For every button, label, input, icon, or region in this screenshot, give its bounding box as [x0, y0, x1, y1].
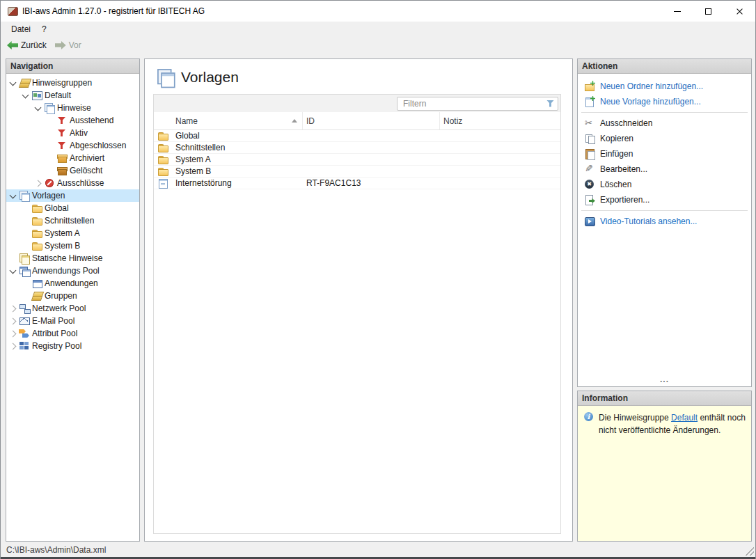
content-area: Navigation HinweisgruppenDefaultHinweise… [1, 54, 755, 543]
tree-item-label: Archiviert [70, 153, 104, 163]
tree-item-gruppen[interactable]: Gruppen [6, 290, 139, 302]
actions-panel: Aktionen Neuen Ordner hinzufügen...Neue … [577, 58, 752, 387]
forward-button[interactable]: Vor [55, 40, 81, 51]
back-button[interactable]: Zurück [7, 40, 47, 51]
column-header-name[interactable]: Name [172, 112, 303, 129]
action-löschen[interactable]: Löschen [578, 177, 751, 192]
expander-spacer [45, 140, 56, 151]
tree-item-vorlagen[interactable]: Vorlagen [6, 189, 139, 202]
tree-item-e-mail-pool[interactable]: E-Mail Pool [6, 315, 139, 327]
maximize-button[interactable] [693, 1, 724, 22]
tree-item-schnittstellen[interactable]: Schnittstellen [6, 214, 139, 227]
tree-item-anwendungen[interactable]: Anwendungen [6, 277, 139, 290]
information-body: Die Hinweisgruppe Default enthält noch n… [578, 406, 751, 541]
resize-grip-icon[interactable] [745, 546, 754, 556]
filter-input[interactable] [402, 98, 545, 109]
table-row-global[interactable]: Global [154, 130, 560, 142]
table-row-system-a[interactable]: System A [154, 154, 560, 166]
collapse-chevron-icon[interactable] [8, 190, 19, 201]
collapse-chevron-icon[interactable] [8, 77, 19, 88]
expand-chevron-icon[interactable] [33, 178, 44, 189]
action-einfügen[interactable]: Einfügen [578, 146, 751, 162]
page-title: Vorlagen [181, 69, 239, 86]
tree-item-label: Global [45, 203, 69, 213]
group-icon [19, 77, 30, 88]
tree-item-aktiv[interactable]: Aktiv [6, 127, 139, 139]
minimize-button[interactable] [661, 1, 693, 22]
default-group-link[interactable]: Default [671, 413, 698, 423]
tree-item-default[interactable]: Default [6, 89, 139, 102]
action-ausschneiden[interactable]: Ausschneiden [578, 116, 751, 131]
actions-panel-header: Aktionen [578, 59, 751, 74]
table-row-system-b[interactable]: System B [154, 166, 560, 178]
action-kopieren[interactable]: Kopieren [578, 131, 751, 146]
panel-splitter[interactable]: ... [578, 377, 751, 386]
tree-item-label: Gelöscht [70, 166, 102, 175]
table-cell-name: Global [172, 131, 303, 141]
maximize-icon [705, 8, 711, 15]
tree-item-system-a[interactable]: System A [6, 227, 139, 239]
navigation-tree: HinweisgruppenDefaultHinweiseAusstehendA… [6, 74, 139, 541]
tree-item-abgeschlossen[interactable]: Abgeschlossen [6, 139, 139, 152]
column-header-notiz[interactable]: Notiz [440, 112, 560, 129]
action-bearbeiten[interactable]: Bearbeiten... [578, 162, 751, 177]
tree-item-anwendungs-pool[interactable]: Anwendungs Pool [6, 265, 139, 277]
titlebar[interactable]: IBI-aws Admin 1.27.0 - registriert für I… [1, 1, 755, 22]
app-icon [7, 6, 18, 17]
column-header-id-label: ID [306, 116, 315, 126]
notes-icon [44, 102, 55, 113]
action-video-tutorials-ansehen[interactable]: Video-Tutorials ansehen... [578, 214, 751, 229]
collapse-chevron-icon[interactable] [20, 90, 31, 101]
tree-item-statische-hinweise[interactable]: Statische Hinweise [6, 252, 139, 265]
tree-item-netzwerk-pool[interactable]: Netzwerk Pool [6, 302, 139, 315]
tree-item-ausschlüsse[interactable]: Ausschlüsse [6, 177, 139, 189]
tree-item-global[interactable]: Global [6, 202, 139, 214]
expander-spacer [20, 203, 31, 214]
minimize-icon [674, 11, 681, 12]
table-row-internetstörung[interactable]: InternetstörungRT-F9AC1C13 [154, 178, 560, 189]
tree-item-registry-pool[interactable]: Registry Pool [6, 340, 139, 352]
tree-item-hinweise[interactable]: Hinweise [6, 102, 139, 114]
table-header: Name ID Notiz [154, 112, 560, 130]
tree-item-label: Gruppen [45, 291, 77, 301]
action-neue-vorlage-hinzufügen[interactable]: Neue Vorlage hinzufügen... [578, 94, 751, 109]
table-cell-type-icon [154, 142, 172, 153]
tree-item-archiviert[interactable]: Archiviert [6, 152, 139, 164]
folder-icon [157, 166, 168, 177]
expand-chevron-icon[interactable] [8, 303, 19, 314]
folder-icon [31, 228, 42, 239]
column-header-id[interactable]: ID [303, 112, 440, 129]
expand-chevron-icon[interactable] [8, 340, 19, 352]
close-button[interactable] [724, 1, 755, 22]
folder-icon [157, 142, 168, 153]
action-exportieren[interactable]: Exportieren... [578, 192, 751, 207]
archive-icon [56, 152, 68, 164]
collapse-chevron-icon[interactable] [8, 265, 19, 276]
attribute-icon [19, 328, 30, 339]
collapse-chevron-icon[interactable] [33, 102, 44, 113]
tree-item-attribut-pool[interactable]: Attribut Pool [6, 327, 139, 340]
tree-item-hinweisgruppen[interactable]: Hinweisgruppen [6, 77, 139, 89]
action-separator [581, 112, 748, 113]
expand-chevron-icon[interactable] [8, 328, 19, 339]
tree-item-label: Hinweise [57, 103, 91, 113]
action-label: Einfügen [600, 149, 633, 159]
table-cell-type-icon [154, 178, 172, 189]
add-template-icon [584, 96, 595, 107]
information-panel-header: Information [578, 391, 751, 406]
folder-icon [31, 240, 42, 251]
filter-funnel-icon[interactable] [545, 98, 556, 109]
menu-datei[interactable]: Datei [6, 22, 36, 36]
tree-item-ausstehend[interactable]: Ausstehend [6, 114, 139, 127]
table-cell-name: System B [172, 166, 303, 176]
menu-help[interactable]: ? [36, 22, 52, 36]
tree-item-gelöscht[interactable]: Gelöscht [6, 164, 139, 177]
tree-item-system-b[interactable]: System B [6, 239, 139, 252]
table-row-schnittstellen[interactable]: Schnittstellen [154, 142, 560, 154]
action-neuen-ordner-hinzufügen[interactable]: Neuen Ordner hinzufügen... [578, 79, 751, 94]
back-button-label: Zurück [21, 40, 47, 50]
export-icon [584, 194, 595, 205]
folder-icon [157, 130, 168, 141]
expand-chevron-icon[interactable] [8, 315, 19, 326]
tree-item-label: Netzwerk Pool [32, 304, 86, 313]
